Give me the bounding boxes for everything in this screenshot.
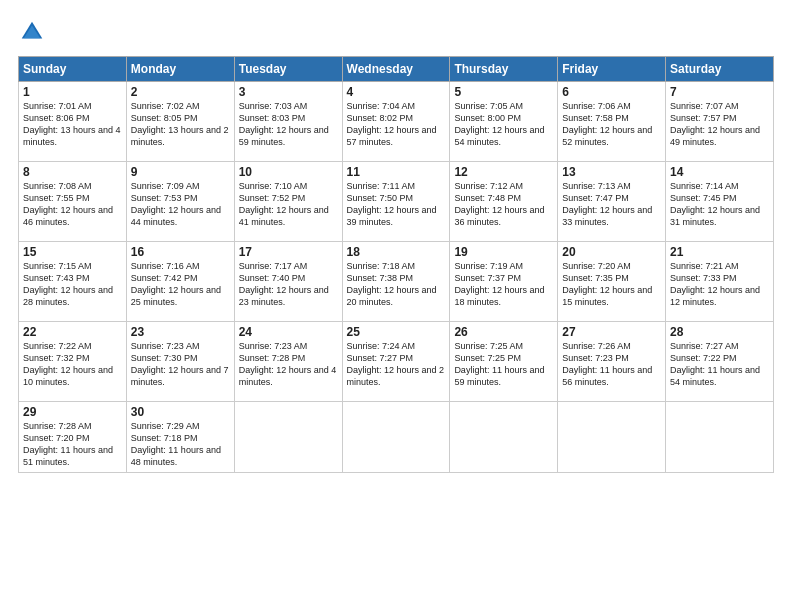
day-info: Sunrise: 7:21 AMSunset: 7:33 PMDaylight:… [670, 260, 769, 309]
calendar-week-1: 1Sunrise: 7:01 AMSunset: 8:06 PMDaylight… [19, 82, 774, 162]
day-number: 17 [239, 245, 338, 259]
day-number: 6 [562, 85, 661, 99]
day-number: 4 [347, 85, 446, 99]
calendar-cell [666, 402, 774, 473]
day-number: 12 [454, 165, 553, 179]
day-number: 18 [347, 245, 446, 259]
day-info: Sunrise: 7:11 AMSunset: 7:50 PMDaylight:… [347, 180, 446, 229]
calendar-week-4: 22Sunrise: 7:22 AMSunset: 7:32 PMDayligh… [19, 322, 774, 402]
calendar-cell: 14Sunrise: 7:14 AMSunset: 7:45 PMDayligh… [666, 162, 774, 242]
col-header-monday: Monday [126, 57, 234, 82]
calendar-cell: 28Sunrise: 7:27 AMSunset: 7:22 PMDayligh… [666, 322, 774, 402]
calendar-cell: 8Sunrise: 7:08 AMSunset: 7:55 PMDaylight… [19, 162, 127, 242]
day-number: 21 [670, 245, 769, 259]
calendar-cell: 2Sunrise: 7:02 AMSunset: 8:05 PMDaylight… [126, 82, 234, 162]
calendar-cell: 30Sunrise: 7:29 AMSunset: 7:18 PMDayligh… [126, 402, 234, 473]
day-number: 7 [670, 85, 769, 99]
day-number: 14 [670, 165, 769, 179]
day-info: Sunrise: 7:13 AMSunset: 7:47 PMDaylight:… [562, 180, 661, 229]
calendar-cell: 20Sunrise: 7:20 AMSunset: 7:35 PMDayligh… [558, 242, 666, 322]
day-number: 16 [131, 245, 230, 259]
day-info: Sunrise: 7:06 AMSunset: 7:58 PMDaylight:… [562, 100, 661, 149]
calendar-cell [342, 402, 450, 473]
calendar-week-3: 15Sunrise: 7:15 AMSunset: 7:43 PMDayligh… [19, 242, 774, 322]
day-number: 23 [131, 325, 230, 339]
day-number: 2 [131, 85, 230, 99]
day-number: 20 [562, 245, 661, 259]
col-header-tuesday: Tuesday [234, 57, 342, 82]
day-info: Sunrise: 7:01 AMSunset: 8:06 PMDaylight:… [23, 100, 122, 149]
calendar-cell: 21Sunrise: 7:21 AMSunset: 7:33 PMDayligh… [666, 242, 774, 322]
day-info: Sunrise: 7:04 AMSunset: 8:02 PMDaylight:… [347, 100, 446, 149]
calendar-cell: 16Sunrise: 7:16 AMSunset: 7:42 PMDayligh… [126, 242, 234, 322]
calendar-cell: 17Sunrise: 7:17 AMSunset: 7:40 PMDayligh… [234, 242, 342, 322]
day-number: 9 [131, 165, 230, 179]
day-number: 30 [131, 405, 230, 419]
day-info: Sunrise: 7:19 AMSunset: 7:37 PMDaylight:… [454, 260, 553, 309]
day-info: Sunrise: 7:03 AMSunset: 8:03 PMDaylight:… [239, 100, 338, 149]
calendar-cell: 29Sunrise: 7:28 AMSunset: 7:20 PMDayligh… [19, 402, 127, 473]
col-header-wednesday: Wednesday [342, 57, 450, 82]
day-info: Sunrise: 7:18 AMSunset: 7:38 PMDaylight:… [347, 260, 446, 309]
day-number: 25 [347, 325, 446, 339]
day-number: 13 [562, 165, 661, 179]
header [18, 18, 774, 46]
day-number: 3 [239, 85, 338, 99]
calendar-cell: 3Sunrise: 7:03 AMSunset: 8:03 PMDaylight… [234, 82, 342, 162]
calendar-cell: 4Sunrise: 7:04 AMSunset: 8:02 PMDaylight… [342, 82, 450, 162]
day-number: 24 [239, 325, 338, 339]
calendar-cell: 19Sunrise: 7:19 AMSunset: 7:37 PMDayligh… [450, 242, 558, 322]
day-info: Sunrise: 7:27 AMSunset: 7:22 PMDaylight:… [670, 340, 769, 389]
logo [18, 18, 50, 46]
day-info: Sunrise: 7:29 AMSunset: 7:18 PMDaylight:… [131, 420, 230, 469]
day-info: Sunrise: 7:22 AMSunset: 7:32 PMDaylight:… [23, 340, 122, 389]
calendar-table: SundayMondayTuesdayWednesdayThursdayFrid… [18, 56, 774, 473]
day-info: Sunrise: 7:23 AMSunset: 7:28 PMDaylight:… [239, 340, 338, 389]
day-info: Sunrise: 7:26 AMSunset: 7:23 PMDaylight:… [562, 340, 661, 389]
day-number: 5 [454, 85, 553, 99]
day-info: Sunrise: 7:12 AMSunset: 7:48 PMDaylight:… [454, 180, 553, 229]
calendar-cell: 26Sunrise: 7:25 AMSunset: 7:25 PMDayligh… [450, 322, 558, 402]
day-info: Sunrise: 7:28 AMSunset: 7:20 PMDaylight:… [23, 420, 122, 469]
day-info: Sunrise: 7:15 AMSunset: 7:43 PMDaylight:… [23, 260, 122, 309]
calendar-cell: 7Sunrise: 7:07 AMSunset: 7:57 PMDaylight… [666, 82, 774, 162]
col-header-thursday: Thursday [450, 57, 558, 82]
day-info: Sunrise: 7:14 AMSunset: 7:45 PMDaylight:… [670, 180, 769, 229]
day-number: 26 [454, 325, 553, 339]
day-number: 27 [562, 325, 661, 339]
col-header-friday: Friday [558, 57, 666, 82]
calendar-cell: 10Sunrise: 7:10 AMSunset: 7:52 PMDayligh… [234, 162, 342, 242]
calendar-cell: 25Sunrise: 7:24 AMSunset: 7:27 PMDayligh… [342, 322, 450, 402]
day-info: Sunrise: 7:20 AMSunset: 7:35 PMDaylight:… [562, 260, 661, 309]
calendar-cell: 5Sunrise: 7:05 AMSunset: 8:00 PMDaylight… [450, 82, 558, 162]
calendar-week-5: 29Sunrise: 7:28 AMSunset: 7:20 PMDayligh… [19, 402, 774, 473]
calendar-cell: 24Sunrise: 7:23 AMSunset: 7:28 PMDayligh… [234, 322, 342, 402]
day-number: 10 [239, 165, 338, 179]
day-number: 15 [23, 245, 122, 259]
day-number: 28 [670, 325, 769, 339]
calendar-cell: 22Sunrise: 7:22 AMSunset: 7:32 PMDayligh… [19, 322, 127, 402]
day-info: Sunrise: 7:17 AMSunset: 7:40 PMDaylight:… [239, 260, 338, 309]
calendar-cell: 12Sunrise: 7:12 AMSunset: 7:48 PMDayligh… [450, 162, 558, 242]
day-number: 8 [23, 165, 122, 179]
calendar-cell [234, 402, 342, 473]
col-header-saturday: Saturday [666, 57, 774, 82]
calendar-header-row: SundayMondayTuesdayWednesdayThursdayFrid… [19, 57, 774, 82]
day-info: Sunrise: 7:16 AMSunset: 7:42 PMDaylight:… [131, 260, 230, 309]
day-number: 11 [347, 165, 446, 179]
calendar-cell: 23Sunrise: 7:23 AMSunset: 7:30 PMDayligh… [126, 322, 234, 402]
day-info: Sunrise: 7:02 AMSunset: 8:05 PMDaylight:… [131, 100, 230, 149]
page: SundayMondayTuesdayWednesdayThursdayFrid… [0, 0, 792, 612]
day-info: Sunrise: 7:23 AMSunset: 7:30 PMDaylight:… [131, 340, 230, 389]
day-number: 22 [23, 325, 122, 339]
calendar-cell: 27Sunrise: 7:26 AMSunset: 7:23 PMDayligh… [558, 322, 666, 402]
calendar-cell [450, 402, 558, 473]
day-info: Sunrise: 7:08 AMSunset: 7:55 PMDaylight:… [23, 180, 122, 229]
day-number: 19 [454, 245, 553, 259]
day-info: Sunrise: 7:07 AMSunset: 7:57 PMDaylight:… [670, 100, 769, 149]
day-info: Sunrise: 7:05 AMSunset: 8:00 PMDaylight:… [454, 100, 553, 149]
logo-icon [18, 18, 46, 46]
calendar-cell: 1Sunrise: 7:01 AMSunset: 8:06 PMDaylight… [19, 82, 127, 162]
day-info: Sunrise: 7:24 AMSunset: 7:27 PMDaylight:… [347, 340, 446, 389]
calendar-cell: 13Sunrise: 7:13 AMSunset: 7:47 PMDayligh… [558, 162, 666, 242]
